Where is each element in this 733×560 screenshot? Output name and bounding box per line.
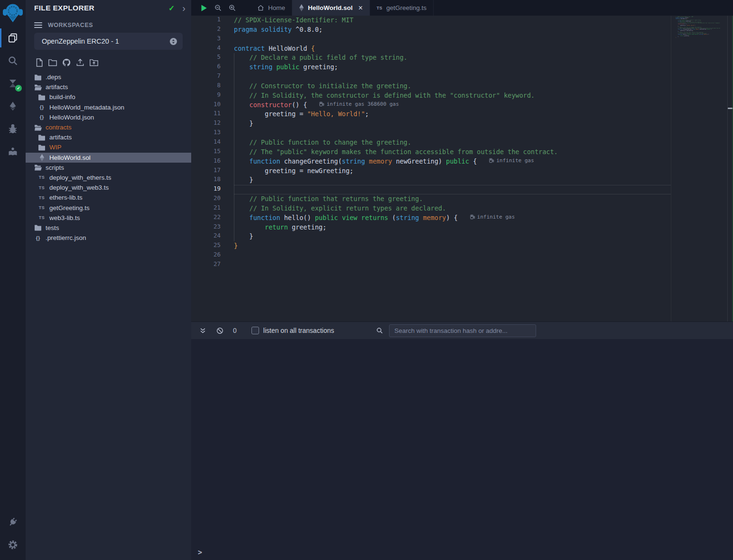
tree-item-getgreeting-ts[interactable]: TSgetGreeting.ts [26,202,191,212]
ts-icon: TS [37,175,46,180]
file-explorer-icon[interactable] [0,27,26,49]
tab-getgreeting-ts[interactable]: TSgetGreeting.ts [370,0,434,16]
workspaces-label: WORKSPACES [48,22,93,28]
tree-item-label: .deps [46,73,61,81]
tree-item-label: WIP [49,144,62,151]
code-editor[interactable]: 1234567891011121314151617181920212223242… [191,16,733,321]
minimap[interactable]: // SPDX-License-Identifier: MITpragma so… [676,16,720,38]
tree-item-label: artifacts [49,134,72,141]
transaction-count: 0 [233,327,237,334]
line-number-26: 26 [191,251,221,260]
listen-transactions-checkbox[interactable] [251,327,259,334]
new-file-icon[interactable] [34,57,44,68]
new-folder-icon[interactable] [48,57,57,68]
scrollbar-rail[interactable] [727,16,728,321]
line-number-24: 24 [191,232,221,241]
line-number-9: 9 [191,91,221,101]
clone-github-icon[interactable] [62,57,71,68]
solidity-compiler-icon[interactable]: ✓ [0,72,26,95]
tree-item-build-info[interactable]: build-info [26,92,191,102]
remix-logo-icon[interactable] [1,1,24,24]
tree-item-wip[interactable]: WIP [26,142,191,152]
terminal-panel[interactable]: > [191,339,733,560]
upload-file-icon[interactable] [75,57,85,68]
zoom-in-icon[interactable] [228,4,236,12]
line-number-5: 5 [191,53,221,63]
deploy-and-run-icon[interactable] [0,95,26,118]
line-number-gutter: 1234567891011121314151617181920212223242… [191,16,234,270]
editor-tabstrip: HomeHelloWorld.sol×TSgetGreeting.ts [191,0,733,16]
line-number-12: 12 [191,119,221,129]
plugin-manager-icon[interactable] [0,511,26,533]
listen-transactions-label[interactable]: listen on all transactions [263,327,334,334]
home-icon [257,4,264,11]
code-line-23: return greeting; [234,223,676,232]
run-script-icon[interactable] [199,4,208,12]
tree-item--prettierrc-json[interactable]: {}.prettierrc.json [26,233,191,243]
line-number-27: 27 [191,260,221,270]
close-tab-icon[interactable]: × [358,4,362,12]
tree-item-scripts[interactable]: scripts [26,163,191,173]
code-line-5: // Declare a public field of type string… [234,53,676,63]
code-line-8: // Constructor to initialize the greetin… [234,82,676,91]
settings-gear-icon[interactable] [0,533,26,556]
line-number-20: 20 [191,194,221,204]
tree-item-label: getGreeting.ts [49,204,90,211]
tab-label: HelloWorld.sol [308,4,353,11]
tab-home[interactable]: Home [251,0,292,16]
transaction-search-input[interactable] [389,324,536,337]
ts-icon: TS [377,6,383,10]
code-line-13 [234,129,676,138]
code-line-27 [234,260,676,270]
solidity-icon [299,4,304,11]
code-line-26 [234,251,676,260]
tree-item-contracts[interactable]: contracts [26,122,191,132]
code-line-9: // In Solidity, the constructor is defin… [234,91,676,101]
line-number-25: 25 [191,241,221,251]
tab-helloworld-sol[interactable]: HelloWorld.sol× [292,0,370,16]
tree-item-deploy-with-web3-ts[interactable]: TSdeploy_with_web3.ts [26,183,191,193]
tree-item-tests[interactable]: tests [26,223,191,233]
code-line-4: contract HelloWorld { [234,44,676,54]
compiler-success-badge: ✓ [15,85,22,92]
search-icon[interactable] [0,49,26,72]
tree-item-ethers-lib-ts[interactable]: TSethers-lib.ts [26,193,191,202]
line-number-3: 3 [191,35,221,44]
tree-item-label: contracts [46,124,72,131]
panel-title: FILE EXPLORER [34,4,168,12]
tree-item-deploy-with-ethers-ts[interactable]: TSdeploy_with_ethers.ts [26,173,191,183]
tree-item-artifacts[interactable]: artifacts [26,82,191,92]
main-area: HomeHelloWorld.sol×TSgetGreeting.ts 1234… [191,0,733,560]
line-number-23: 23 [191,223,221,232]
tree-item-label: HelloWorld.sol [49,154,91,161]
tree-item-helloworld-sol[interactable]: HelloWorld.sol [26,153,191,163]
clear-console-icon[interactable] [216,327,224,335]
tree-item-helloworld-json[interactable]: {}HelloWorld.json [26,112,191,122]
panel-collapse-chevron-icon[interactable]: › [182,3,186,13]
tree-item-web3-lib-ts[interactable]: TSweb3-lib.ts [26,213,191,223]
gas-estimate-annotation: infinite gas [489,157,534,164]
tree-item-artifacts[interactable]: artifacts [26,132,191,142]
tree-item-label: build-info [49,93,75,101]
line-number-17: 17 [191,166,221,176]
tree-item-label: tests [46,224,59,231]
activity-bar: ✓ [0,0,26,560]
tree-item-helloworld-metadata-json[interactable]: {}HelloWorld_metadata.json [26,102,191,112]
workspace-updown-icon [169,37,178,46]
terminal-search-icon [376,327,383,334]
tree-item-label: deploy_with_ethers.ts [49,174,111,181]
line-number-16: 16 [191,157,221,166]
workspace-select[interactable]: OpenZeppelin ERC20 - 1 [34,33,183,50]
line-number-14: 14 [191,138,221,147]
learneth-icon[interactable] [0,140,26,163]
workspaces-menu-icon[interactable] [34,22,42,28]
code-line-15: // The "public" keyword makes the functi… [234,147,676,157]
tree-item--deps[interactable]: .deps [26,72,191,82]
zoom-out-icon[interactable] [214,4,222,12]
code-line-20: // Public function that returns the gree… [234,194,676,204]
debugger-icon[interactable] [0,118,26,140]
upload-folder-icon[interactable] [89,57,99,68]
code-line-22: function hello() public view returns (st… [234,213,676,223]
terminal-collapse-icon[interactable] [199,327,206,334]
json-icon: {} [34,235,42,241]
